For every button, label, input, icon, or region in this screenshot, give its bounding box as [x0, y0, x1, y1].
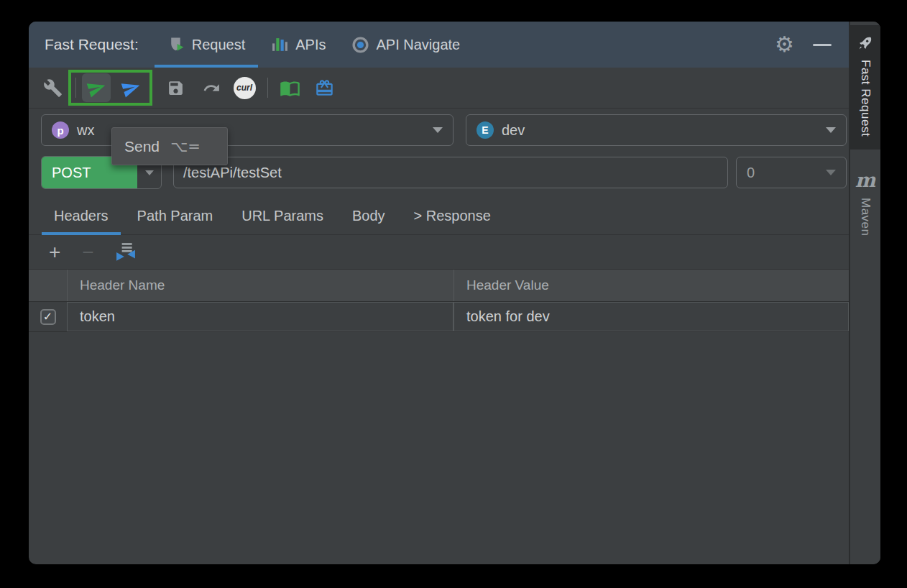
count-select[interactable]: 0: [736, 157, 847, 188]
url-value: /testAPi/testSet: [183, 165, 282, 181]
titlebar: Fast Request: Request: [29, 22, 849, 68]
header-name-cell[interactable]: token: [67, 302, 454, 331]
add-row-button[interactable]: +: [49, 242, 60, 262]
save-icon[interactable]: [161, 73, 190, 102]
fast-request-tool-window: Fast Request: Request: [29, 22, 880, 564]
stripe-item-maven[interactable]: m Maven: [850, 161, 880, 249]
tab-path-param-label: Path Param: [137, 208, 213, 224]
environment-badge-icon: E: [476, 121, 494, 139]
tab-response[interactable]: > Response: [402, 198, 503, 234]
page-title: Fast Request:: [45, 36, 139, 53]
tab-body-label: Body: [352, 208, 385, 224]
send-tooltip-shortcut: ⌥=: [170, 138, 201, 155]
environment-select[interactable]: E dev: [466, 114, 847, 146]
curl-badge-label: curl: [234, 77, 256, 99]
gear-icon[interactable]: ⚙: [775, 34, 794, 55]
bar-chart-icon: [271, 36, 289, 54]
stripe-item-fast-request[interactable]: Fast Request: [850, 25, 880, 150]
tab-url-params[interactable]: URL Params: [229, 198, 336, 234]
tab-headers[interactable]: Headers: [42, 198, 121, 234]
empty-content-area: [29, 332, 849, 564]
project-select[interactable]: p wx: [41, 114, 454, 146]
content-tab-strip: Headers Path Param URL Params Body > Res…: [29, 198, 849, 235]
send-tooltip: Send ⌥=: [111, 127, 228, 165]
green-annotation-box: [68, 70, 152, 106]
curl-icon[interactable]: curl: [230, 73, 259, 102]
action-toolbar: curl: [29, 68, 849, 109]
row-checkbox-cell: ✓: [29, 302, 67, 331]
remove-row-button[interactable]: −: [82, 242, 93, 262]
toolbar-separator: [75, 78, 76, 98]
import-headers-icon[interactable]: [116, 242, 136, 262]
maven-logo-icon: m: [855, 170, 876, 190]
checkbox-column-header: [29, 270, 67, 301]
minimize-icon[interactable]: [813, 44, 832, 46]
send-request-button[interactable]: [82, 73, 111, 102]
url-input[interactable]: /testAPi/testSet: [173, 157, 728, 188]
headers-table-toolbar: + −: [29, 235, 849, 270]
toolbar-separator: [267, 78, 268, 98]
environment-select-value: dev: [502, 122, 525, 139]
titlebar-controls: ⚙: [775, 34, 839, 55]
tab-apis[interactable]: APIs: [258, 22, 339, 68]
chevron-down-icon: [826, 170, 836, 175]
request-shield-play-icon: [167, 36, 185, 54]
tab-path-param[interactable]: Path Param: [125, 198, 226, 234]
count-value: 0: [747, 165, 755, 181]
tab-url-params-label: URL Params: [241, 208, 323, 224]
tab-body[interactable]: Body: [340, 198, 397, 234]
tool-window-stripe: Fast Request m Maven: [850, 22, 880, 564]
chevron-down-icon: [433, 127, 443, 133]
tab-request-label: Request: [192, 37, 246, 53]
header-value-column: Header Value: [454, 270, 849, 301]
chevron-down-icon: [826, 127, 836, 133]
stripe-label-fast-request: Fast Request: [858, 60, 873, 137]
header-value-cell[interactable]: token for dev: [454, 302, 849, 331]
project-select-value: wx: [77, 122, 94, 139]
redo-icon[interactable]: [197, 73, 226, 102]
gift-icon[interactable]: [310, 73, 339, 102]
table-header-row: Header Name Header Value: [29, 270, 849, 302]
documentation-book-icon[interactable]: [275, 73, 304, 102]
send-tooltip-label: Send: [124, 138, 160, 155]
target-icon: [351, 36, 369, 54]
tab-headers-label: Headers: [54, 208, 109, 224]
tab-api-navigate-label: API Navigate: [376, 37, 460, 53]
tab-response-label: > Response: [414, 208, 491, 224]
main-panel: Fast Request: Request: [29, 22, 850, 564]
header-name-column: Header Name: [67, 270, 454, 301]
wrench-icon[interactable]: [43, 78, 63, 98]
row-checkbox[interactable]: ✓: [40, 309, 56, 325]
project-badge-icon: p: [52, 121, 69, 139]
table-row[interactable]: ✓ token token for dev: [29, 302, 849, 332]
tab-apis-label: APIs: [295, 37, 326, 53]
check-icon: ✓: [43, 310, 52, 323]
send-and-download-button[interactable]: [116, 73, 145, 102]
tab-api-navigate[interactable]: API Navigate: [339, 22, 473, 68]
rocket-icon: [857, 35, 874, 52]
tab-request[interactable]: Request: [155, 22, 259, 68]
stripe-label-maven: Maven: [858, 198, 873, 236]
